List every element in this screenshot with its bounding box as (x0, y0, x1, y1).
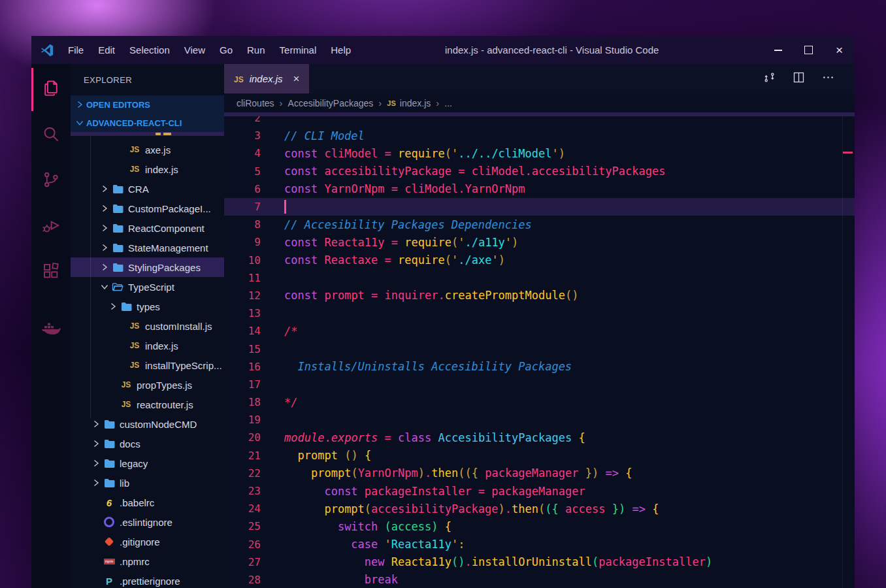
tree-item[interactable]: StylingPackages (71, 257, 224, 277)
code-line[interactable]: 12const prompt = inquirer.createPromptMo… (224, 287, 855, 304)
code-line[interactable]: 16 Installs/Uninstalls Accesibility Pack… (224, 358, 855, 376)
breadcrumb-separator-icon: › (436, 97, 439, 108)
tree-item[interactable]: JSindex.js (71, 159, 224, 179)
menu-help[interactable]: Help (323, 36, 358, 64)
code-line[interactable]: 5const accesibilityPackage = cliModel.ac… (224, 163, 855, 180)
code-line[interactable]: 26 case 'Reacta11y': (224, 536, 855, 553)
activity-item-extensions[interactable] (31, 250, 71, 295)
code-line[interactable]: 21 prompt () { (224, 447, 855, 465)
line-number: 27 (224, 556, 284, 568)
tab-index-js[interactable]: JSindex.js× (224, 64, 309, 93)
activity-item-run-debug[interactable] (31, 204, 71, 250)
code-line[interactable]: 23 const packageInstaller = packageManag… (224, 482, 855, 500)
tree-item[interactable]: JSaxe.js (71, 140, 224, 159)
code-line[interactable]: 7 (224, 198, 855, 216)
vscode-logo-icon[interactable] (40, 43, 54, 57)
section-open-editors[interactable]: OPEN EDITORS (71, 95, 224, 114)
activity-item-source-control[interactable] (31, 158, 71, 204)
code-line[interactable]: 13 (224, 304, 855, 322)
code-line[interactable]: 22 prompt(YarnOrNpm).then(({ packageMana… (224, 465, 855, 482)
tree-item[interactable]: lib (71, 473, 224, 493)
breadcrumb-item[interactable]: cliRoutes (237, 98, 274, 108)
code-line[interactable]: 6const YarnOrNpm = cliModel.YarnOrNpm (224, 180, 855, 198)
breadcrumb-item[interactable]: AccesibilityPackages (288, 98, 374, 108)
tree-item-label: .prettierignore (120, 576, 180, 587)
tree-item[interactable]: 6.babelrc (71, 493, 224, 512)
section-label: OPEN EDITORS (86, 100, 150, 110)
code-line[interactable]: 27 new Reacta11y().installOrUninstall(pa… (224, 553, 855, 571)
tree-item-label: index.js (145, 340, 178, 351)
js-file-icon: JS (234, 73, 244, 85)
code-line[interactable]: 20module.exports = class AccesibilityPac… (224, 429, 855, 446)
activity-item-search[interactable] (31, 112, 71, 158)
code-line[interactable]: 19 (224, 411, 855, 429)
code-line-text: const prompt = inquirer.createPromptModu… (284, 289, 855, 302)
tree-item[interactable]: docs (71, 434, 224, 453)
activity-item-explorer[interactable] (31, 67, 71, 112)
tree-item[interactable]: .gitignore (71, 532, 224, 551)
tree-item[interactable]: CRA (71, 179, 224, 199)
tree-item[interactable]: StateManagement (71, 238, 224, 257)
code-line[interactable]: 8// Accesibility Packages Dependencies (224, 216, 855, 233)
code-line[interactable]: 28 break (224, 571, 855, 588)
section-advanced-react-cli[interactable]: ADVANCED-REACT-CLI (71, 114, 224, 132)
tree-item-label: customNodeCMD (120, 419, 197, 430)
overview-ruler-marker (843, 152, 853, 154)
menu-selection[interactable]: Selection (122, 36, 177, 64)
code-line[interactable]: 17 (224, 376, 855, 393)
more-actions-icon[interactable] (821, 71, 835, 87)
tree-item-label: axe.js (145, 144, 171, 155)
code-line[interactable]: 18*/ (224, 393, 855, 411)
tree-item[interactable]: JSreactrouter.js (71, 395, 224, 414)
code-line-text: */ (284, 396, 855, 409)
split-editor-icon[interactable] (792, 71, 806, 87)
code-line[interactable]: 24 prompt(accesibilityPackage).then(({ a… (224, 500, 855, 517)
tree-item[interactable]: customNodeCMD (71, 414, 224, 434)
tree-item[interactable]: legacy (71, 453, 224, 473)
tree-item-label: types (137, 301, 160, 312)
tree-item[interactable]: TypeScript (71, 277, 224, 297)
open-changes-icon[interactable] (763, 71, 776, 87)
tree-item[interactable]: JScustomInstall.js (71, 316, 224, 336)
tree-item[interactable]: JSinstallTypeScrip... (71, 355, 224, 375)
code-line[interactable]: 3// CLI Model (224, 127, 855, 144)
folder-icon (120, 302, 132, 311)
line-number: 16 (224, 361, 284, 373)
code-line[interactable]: 10const Reactaxe = require('./axe') (224, 252, 855, 269)
menu-file[interactable]: File (61, 36, 91, 64)
activity-item-docker[interactable] (31, 307, 71, 353)
code-line[interactable]: 14/* (224, 322, 855, 340)
code-line[interactable]: 4const cliModel = require('../../cliMode… (224, 144, 855, 162)
line-number: 15 (224, 343, 284, 355)
code-line[interactable]: 9const Reacta11y = require('./a11y') (224, 233, 855, 251)
tree-item[interactable]: npm.npmrc (71, 551, 224, 571)
tree-item[interactable]: CustomPackageI... (71, 199, 224, 218)
tree-item[interactable]: JSpropTypes.js (71, 375, 224, 395)
tree-item[interactable]: types (71, 297, 224, 316)
menu-run[interactable]: Run (240, 36, 272, 64)
code-line[interactable]: 25 switch (access) { (224, 517, 855, 535)
code-editor[interactable]: 23// CLI Model4const cliModel = require(… (224, 112, 855, 588)
tree-item[interactable]: ReactComponent (71, 218, 224, 238)
docker-icon (41, 320, 61, 340)
code-line[interactable]: 15 (224, 340, 855, 357)
breadcrumb-item[interactable]: JSindex.js (387, 98, 431, 108)
tree-item[interactable]: P.prettierignore (71, 571, 224, 588)
breadcrumb-item[interactable]: ... (444, 98, 452, 108)
minimize-button[interactable] (763, 36, 793, 64)
tree-item[interactable]: JSindex.js (71, 336, 224, 355)
tab-close-icon[interactable]: × (293, 73, 300, 86)
menu-edit[interactable]: Edit (91, 36, 122, 64)
menu-view[interactable]: View (177, 36, 212, 64)
maximize-button[interactable] (793, 36, 824, 64)
menu-go[interactable]: Go (212, 36, 240, 64)
workbench: EXPLORER OPEN EDITORSADVANCED-REACT-CLI … (31, 64, 855, 588)
code-line[interactable]: 11 (224, 269, 855, 287)
folder-icon (103, 419, 115, 429)
tree-item[interactable]: .eslintignore (71, 512, 224, 532)
chevron-down-icon (74, 120, 85, 126)
menu-terminal[interactable]: Terminal (272, 36, 324, 64)
line-number: 21 (224, 449, 284, 462)
close-button[interactable]: × (824, 36, 855, 64)
breadcrumb-label: cliRoutes (237, 98, 274, 108)
